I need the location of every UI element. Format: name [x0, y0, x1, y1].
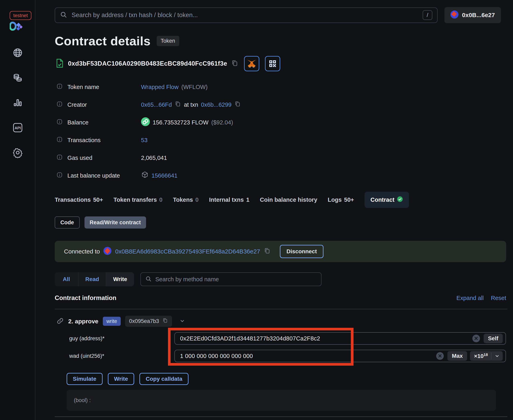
slash-shortcut-badge: /: [423, 10, 432, 20]
clear-wad-icon[interactable]: ✕: [436, 352, 444, 360]
transactions-count-link[interactable]: 53: [141, 137, 147, 143]
write-button[interactable]: Write: [108, 373, 134, 385]
method-signature-badge: 0x095ea7b3: [125, 316, 172, 327]
simulate-button[interactable]: Simulate: [66, 373, 103, 385]
multiplier-dropdown[interactable]: ×1018: [470, 351, 503, 361]
info-icon[interactable]: [57, 101, 63, 109]
guy-field-label: guy (address)*: [69, 335, 105, 342]
qr-code-button[interactable]: [265, 56, 280, 71]
global-search-input[interactable]: Search by address / txn hash / block / t…: [55, 8, 438, 23]
topbar: Search by address / txn hash / block / t…: [55, 7, 501, 23]
info-icon[interactable]: [57, 154, 63, 162]
info-icon[interactable]: [57, 83, 63, 91]
creator-address-link[interactable]: 0x65...66Fd: [141, 101, 172, 108]
contract-info-block: Token name Wrapped Flow (WFLOW) Creator …: [35, 78, 513, 184]
info-icon[interactable]: [57, 136, 63, 144]
wallet-avatar: [103, 247, 111, 256]
balance-usd: ($92.04): [211, 119, 233, 126]
connected-prefix: Connected to: [64, 248, 100, 255]
method-actions: Simulate Write Copy calldata: [66, 373, 189, 385]
search-icon: [145, 276, 152, 283]
tab-token-transfers[interactable]: Token transfers0: [113, 192, 162, 208]
account-avatar: [450, 10, 458, 20]
copy-address-icon[interactable]: [231, 60, 238, 68]
title-row: Contract details Token: [55, 34, 179, 48]
info-row-last-balance-update: Last balance update 15666641: [35, 167, 513, 184]
tab-contract[interactable]: Contract: [365, 192, 409, 208]
sidebar: testnet: [0, 0, 35, 420]
subtab-read-write[interactable]: Read/Write contract: [85, 217, 146, 229]
method-approve-row[interactable]: 2. approve write 0x095ea7b3: [57, 316, 185, 327]
bottom-divider: [55, 416, 507, 417]
token-symbol: (WFLOW): [181, 84, 207, 90]
clear-guy-icon[interactable]: ✕: [472, 335, 480, 342]
info-icon[interactable]: [57, 172, 63, 180]
method-filter-row: All Read Write Search by method name: [55, 272, 322, 286]
self-button[interactable]: Self: [484, 334, 503, 343]
search-icon: [60, 11, 67, 19]
token-name-link[interactable]: Wrapped Flow: [141, 84, 178, 90]
info-row-gas-used: Gas used 2,065,041: [35, 149, 513, 167]
info-row-balance: Balance 156.73532723 FLOW ($92.04): [35, 113, 513, 131]
copy-wallet-icon[interactable]: [264, 248, 271, 256]
disconnect-button[interactable]: Disconnect: [280, 245, 323, 258]
info-row-token-name: Token name Wrapped Flow (WFLOW): [35, 78, 513, 96]
method-search-placeholder: Search by method name: [155, 276, 219, 283]
contract-type-badge: Token: [157, 36, 179, 46]
info-row-creator: Creator 0x65...66Fd at txn 0x6b...6299: [35, 96, 513, 113]
expand-all-link[interactable]: Expand all: [456, 295, 484, 301]
wad-field-label: wad (uint256)*: [69, 353, 104, 359]
settings-gear-icon[interactable]: [12, 147, 24, 159]
copy-creator-icon[interactable]: [175, 101, 181, 109]
search-placeholder: Search by address / txn hash / block / t…: [72, 11, 418, 19]
contract-details-page: testnet: [0, 0, 513, 420]
subtab-code[interactable]: Code: [55, 217, 80, 229]
copy-calldata-button[interactable]: Copy calldata: [139, 373, 189, 385]
collapse-chevron-icon[interactable]: [179, 318, 185, 325]
info-row-transactions: Transactions 53: [35, 131, 513, 149]
verified-check-icon: [397, 196, 403, 203]
filter-all[interactable]: All: [55, 272, 79, 286]
method-output-panel: (bool) :: [66, 390, 496, 411]
stats-icon[interactable]: [12, 97, 24, 109]
flow-coin-icon: [141, 117, 150, 128]
account-button[interactable]: 0x0B...6e27: [444, 7, 501, 23]
network-icon[interactable]: [12, 47, 24, 59]
read-write-filter: All Read Write: [55, 272, 134, 286]
creation-txn-link[interactable]: 0x6b...6299: [201, 101, 232, 108]
link-anchor-icon[interactable]: [57, 317, 64, 325]
copy-txn-icon[interactable]: [234, 101, 241, 109]
tab-bar: Transactions50+ Token transfers0 Tokens0…: [55, 192, 409, 208]
add-to-metamask-button[interactable]: [244, 56, 259, 71]
tab-logs[interactable]: Logs50+: [328, 192, 354, 208]
tokens-icon[interactable]: [12, 72, 24, 84]
tab-coin-balance-history[interactable]: Coin balance history: [260, 192, 317, 208]
connected-wallet-address[interactable]: 0x0B8EA6d6983cCBa39275493FEf648a2D64B36e…: [115, 248, 260, 255]
filter-read[interactable]: Read: [79, 272, 106, 286]
last-update-block-link[interactable]: 15666641: [152, 172, 177, 179]
app-logo[interactable]: [10, 21, 24, 32]
contract-address: 0xd3bF53DAC106A0290B0483EcBC89d40FcC961f…: [68, 60, 227, 67]
gas-used-value: 2,065,041: [141, 155, 167, 161]
section-divider: [55, 309, 507, 309]
api-icon[interactable]: API: [12, 122, 24, 134]
info-icon[interactable]: [57, 119, 63, 126]
tab-internal-txns[interactable]: Internal txns1: [209, 192, 249, 208]
copy-signature-icon[interactable]: [162, 318, 168, 325]
tab-tokens[interactable]: Tokens0: [173, 192, 199, 208]
svg-text:API: API: [15, 126, 21, 130]
section-title: Contract information: [55, 294, 117, 302]
filter-write[interactable]: Write: [106, 272, 134, 286]
balance-amount: 156.73532723 FLOW: [153, 119, 208, 126]
wallet-connected-banner: Connected to 0x0B8EA6d6983cCBa39275493FE…: [55, 241, 506, 262]
method-search-input[interactable]: Search by method name: [140, 272, 322, 286]
annotation-highlight-box: [168, 328, 353, 366]
output-bool-label: (bool) :: [74, 397, 91, 404]
block-cube-icon: [141, 171, 149, 180]
reset-link[interactable]: Reset: [491, 295, 506, 301]
account-address: 0x0B...6e27: [462, 12, 495, 19]
chevron-down-icon[interactable]: [491, 353, 503, 359]
max-button[interactable]: Max: [447, 351, 467, 361]
contract-subtabs: Code Read/Write contract: [55, 217, 146, 229]
tab-transactions[interactable]: Transactions50+: [55, 192, 103, 208]
